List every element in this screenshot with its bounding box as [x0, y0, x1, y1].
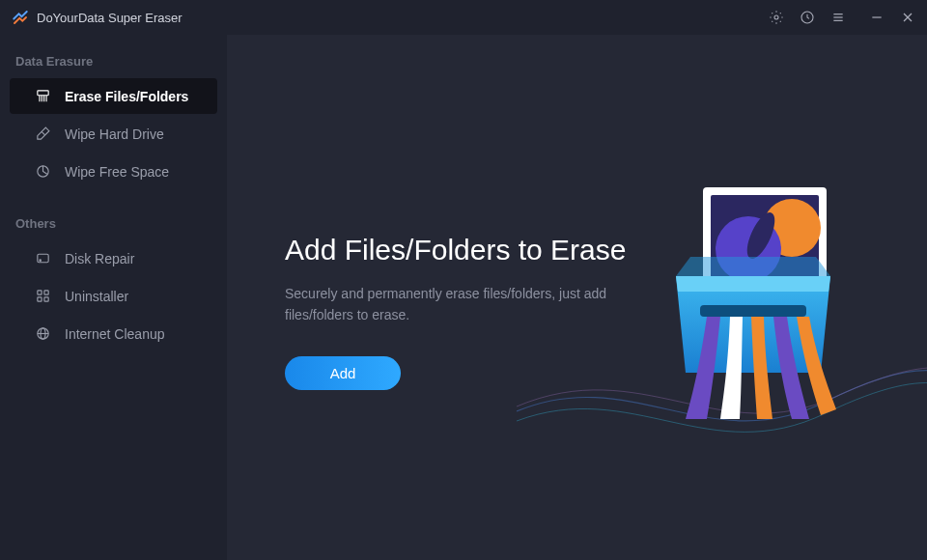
add-button[interactable]: Add [285, 356, 401, 390]
svg-rect-18 [44, 291, 48, 294]
svg-point-16 [40, 260, 41, 261]
app-title: DoYourData Super Eraser [37, 11, 183, 25]
svg-point-0 [774, 15, 778, 19]
sidebar-item-internet-cleanup[interactable]: Internet Cleanup [10, 316, 217, 351]
svg-line-13 [42, 131, 45, 135]
globe-icon [35, 325, 51, 342]
eraser-icon [35, 126, 51, 142]
titlebar: DoYourData Super Eraser [0, 0, 927, 35]
sidebar-heading-others: Others [0, 210, 227, 238]
history-icon[interactable] [800, 10, 815, 25]
svg-rect-8 [38, 91, 48, 96]
gear-icon[interactable] [769, 10, 784, 25]
grid-icon [35, 288, 51, 304]
sidebar-item-label: Uninstaller [65, 289, 128, 304]
sidebar-item-label: Erase Files/Folders [65, 89, 188, 104]
minimize-icon[interactable] [869, 10, 885, 25]
sidebar-item-erase-files-folders[interactable]: Erase Files/Folders [10, 78, 217, 114]
sidebar-heading-data-erasure: Data Erasure [0, 48, 227, 76]
page-subtitle: Securely and permanently erase files/fol… [285, 284, 632, 325]
svg-rect-20 [44, 297, 48, 301]
svg-rect-19 [38, 297, 42, 301]
main-content: Add Files/Folders to Erase Securely and … [227, 35, 927, 560]
sidebar-item-wipe-free-space[interactable]: Wipe Free Space [10, 154, 217, 189]
sidebar-item-label: Internet Cleanup [65, 326, 165, 342]
sidebar-item-label: Disk Repair [65, 251, 134, 266]
shredder-icon [35, 88, 51, 104]
svg-rect-15 [38, 254, 48, 263]
page-title: Add Files/Folders to Erase [285, 234, 869, 266]
sidebar-item-wipe-hard-drive[interactable]: Wipe Hard Drive [10, 116, 217, 152]
sidebar-item-label: Wipe Free Space [65, 164, 169, 180]
app-logo-icon [12, 9, 29, 26]
pie-icon [35, 163, 51, 180]
svg-rect-17 [38, 291, 42, 294]
close-icon[interactable] [900, 10, 915, 25]
sidebar-item-disk-repair[interactable]: Disk Repair [10, 240, 217, 276]
sidebar-item-label: Wipe Hard Drive [65, 126, 164, 142]
sidebar-item-uninstaller[interactable]: Uninstaller [10, 278, 217, 314]
drive-icon [35, 250, 51, 266]
menu-icon[interactable] [830, 10, 846, 25]
sidebar: Data Erasure Erase Files/Folders [0, 35, 227, 560]
